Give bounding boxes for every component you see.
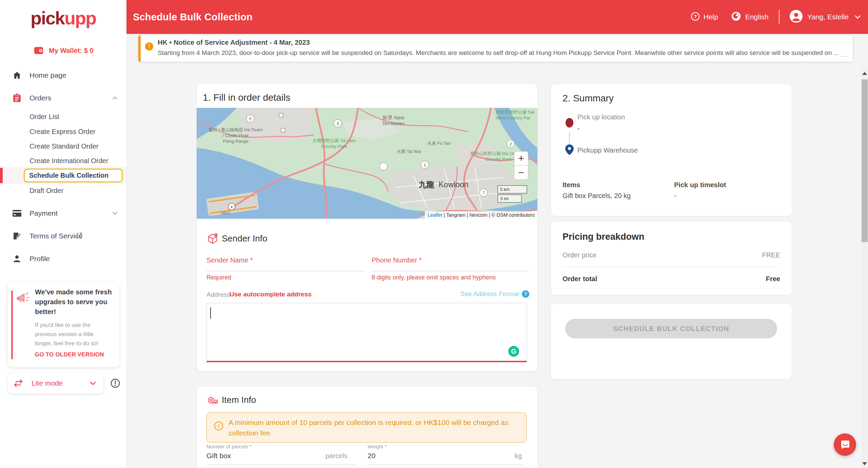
phone-number-input[interactable]: [372, 271, 529, 271]
map[interactable]: ✈ 0 3 1 2 7 新界 NewTerritories 廈村 / 青山操炮區…: [197, 108, 537, 219]
autocomplete-address-link[interactable]: Use autocomplete address: [230, 291, 312, 298]
sidebar-item-home[interactable]: Home page: [0, 68, 126, 83]
map-attribution: Leaflet | Tangram | Nextzen | © OSM cont…: [425, 211, 537, 219]
user-menu[interactable]: Yang, Estelle: [790, 10, 861, 24]
top-header: Schedule Bulk Collection ? Help English …: [126, 0, 868, 34]
sidebar-item-create-standard[interactable]: Create Standard Order: [0, 140, 126, 152]
wallet-label: My Wallet: $ 0: [49, 47, 94, 55]
order-details-title: 1. Fill in order details: [203, 92, 290, 103]
info-icon[interactable]: [111, 378, 120, 389]
sidebar-item-terms[interactable]: Terms of Service: [0, 229, 126, 243]
sidebar-item-label: Create International Order: [29, 157, 108, 165]
parcels-input[interactable]: Gift box: [206, 452, 231, 460]
external-link-icon: [76, 232, 82, 240]
map-scale: 5 km 3 mi: [497, 185, 527, 203]
sidebar-item-label: Home page: [29, 71, 66, 79]
sender-name-input[interactable]: [206, 271, 365, 271]
see-address-format-label: See Address Format: [460, 290, 519, 298]
package-icon: [206, 233, 219, 246]
parcels-unit: parcels: [326, 452, 347, 460]
sidebar-item-label: Terms of Service: [29, 232, 82, 240]
promo-title: We've made some fresh upgrades to serve …: [35, 287, 115, 317]
item-info-title: Item Info: [222, 395, 256, 405]
pricing-card: Pricing breakdown Order price FREE Order…: [551, 221, 792, 295]
pricing-title: Pricing breakdown: [563, 232, 645, 242]
document-pen-icon: [12, 231, 22, 241]
swap-arrows-icon: [14, 379, 23, 387]
notice-banner[interactable]: ! HK • Notice of Service Adjustment - 4 …: [138, 35, 853, 62]
sidebar-item-label: Orders: [29, 94, 51, 102]
map-label-fo-tan: 火炭 Fo Tan: [427, 140, 451, 146]
phone-number-helper: 8 digits only, please omit spaces and hy…: [372, 274, 496, 281]
schedule-bulk-collection-button[interactable]: SCHEDULE BULK COLLECTION: [565, 319, 777, 338]
action-card: SCHEDULE BULK COLLECTION: [551, 304, 792, 379]
svg-text:?: ?: [694, 14, 697, 19]
pickup-location-dot: [566, 118, 573, 128]
scroll-down-arrow[interactable]: [862, 462, 867, 465]
address-textarea[interactable]: G: [206, 303, 527, 362]
older-version-link[interactable]: GO TO OLDER VERSION: [35, 351, 104, 358]
map-label-ha-tsuen: 廈村 / 青山操炮區 Ha Tsuen/ Castle PeakFiring R…: [200, 127, 271, 144]
sidebar-item-create-international[interactable]: Create International Order: [0, 155, 126, 167]
notice-more-ellipsis[interactable]: ...: [841, 51, 848, 58]
route-shield: [379, 162, 388, 171]
sidebar-item-draft-order[interactable]: Draft Order: [0, 184, 126, 197]
zoom-in-button[interactable]: +: [514, 151, 528, 165]
items-value: Gift box Parcels, 20 kg: [563, 192, 631, 200]
order-price-value: FREE: [762, 251, 780, 259]
text-cursor: [210, 307, 211, 319]
weight-label: Weight *: [368, 444, 387, 449]
upgrade-promo-card: We've made some fresh upgrades to serve …: [8, 282, 119, 367]
scale-mi: 3 mi: [497, 194, 522, 203]
language-button[interactable]: English: [731, 11, 769, 23]
zoom-out-button[interactable]: −: [514, 165, 528, 180]
scroll-up-arrow[interactable]: [862, 72, 867, 75]
wallet-icon: [34, 46, 43, 55]
header-divider: [779, 10, 780, 24]
chevron-down-icon: [855, 15, 861, 19]
sidebar-item-profile[interactable]: Profile: [0, 251, 126, 266]
grammarly-icon[interactable]: G: [508, 346, 519, 357]
order-total-value: Free: [766, 275, 780, 283]
see-address-format[interactable]: See Address Format ?: [460, 290, 529, 298]
notice-body: Starting from 4 March 2023, door-to-door…: [158, 49, 839, 57]
help-label: Help: [704, 13, 718, 21]
leaflet-link[interactable]: Leaflet: [428, 212, 442, 218]
logo-part-red: upp: [64, 8, 96, 28]
page-title: Schedule Bulk Collection: [133, 0, 253, 34]
notice-title: HK • Notice of Service Adjustment - 4 Ma…: [158, 39, 310, 46]
map-zoom-control: + −: [514, 151, 528, 180]
order-price-label: Order price: [563, 251, 596, 259]
sidebar-item-create-express[interactable]: Create Express Order: [0, 125, 126, 138]
sidebar-item-schedule-bulk-collection[interactable]: Schedule Bulk Collection: [24, 169, 123, 182]
chat-widget-button[interactable]: [834, 433, 856, 456]
sender-info-title: Sender Info: [222, 233, 267, 244]
wallet-row[interactable]: My Wallet: $ 0: [0, 43, 126, 58]
sidebar-item-order-list[interactable]: Order List: [0, 111, 126, 123]
summary-title: 2. Summary: [563, 93, 614, 104]
sender-name-label: Sender Name *: [206, 256, 253, 264]
scale-km: 5 km: [497, 185, 527, 194]
chevron-down-icon: [112, 210, 118, 216]
avatar: [790, 10, 803, 24]
scrollbar-thumb[interactable]: [862, 79, 868, 242]
sidebar-item-payment[interactable]: Payment: [0, 206, 126, 221]
warehouse-label: Pickupp Warehouse: [577, 147, 638, 154]
sidebar-item-label: Draft Order: [29, 187, 63, 195]
help-button[interactable]: ? Help: [691, 12, 718, 22]
person-icon: [12, 254, 22, 264]
selected-indicator: [0, 168, 3, 183]
lite-mode-toggle[interactable]: Lite mode: [8, 373, 103, 393]
pricing-divider: [563, 267, 780, 267]
weight-input[interactable]: 20: [368, 452, 375, 460]
scrollbar[interactable]: [861, 68, 868, 468]
route-shield: 3: [334, 119, 342, 128]
sidebar-item-label: Create Standard Order: [29, 142, 98, 150]
pickupp-logo[interactable]: pickupp: [0, 7, 126, 28]
warning-icon: !: [145, 42, 153, 51]
sidebar-item-orders[interactable]: Orders: [0, 91, 126, 105]
phone-number-label: Phone Number *: [372, 256, 422, 264]
chevron-up-icon: [112, 95, 118, 101]
map-label-tai-wai: 大圍 Tai Wai: [397, 149, 421, 154]
sidebar-item-label: Create Express Order: [29, 128, 96, 136]
